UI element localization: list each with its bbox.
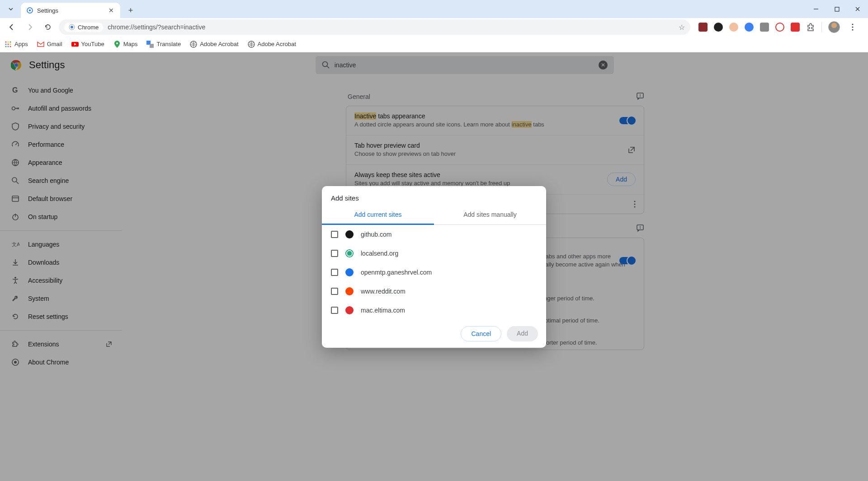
add-button[interactable]: Add [507,326,538,341]
bookmark-youtube[interactable]: YouTube [71,41,104,48]
svg-point-16 [8,46,9,47]
url-text: chrome://settings/?search=inactive [108,23,674,31]
bookmark-adobe-acrobat-2[interactable]: Adobe Acrobat [248,41,296,48]
chrome-menu-button[interactable] [846,21,859,33]
extension-icon[interactable] [760,23,769,32]
tab-title: Settings [37,7,108,14]
profile-avatar[interactable] [828,21,840,33]
dialog-title: Add sites [322,186,546,205]
close-tab-icon[interactable]: ✕ [108,7,115,14]
site-favicon [345,268,354,276]
checkbox[interactable] [331,231,338,238]
svg-point-7 [852,26,853,28]
browser-toolbar: Chrome chrome://settings/?search=inactiv… [0,18,868,36]
checkbox[interactable] [331,288,338,295]
svg-point-1 [29,9,31,11]
site-favicon [345,230,354,238]
chrome-chip-label: Chrome [78,24,99,31]
extension-icon[interactable] [698,23,708,32]
cancel-button[interactable]: Cancel [461,326,501,341]
bookmark-star-icon[interactable]: ☆ [679,23,685,32]
maximize-button[interactable] [826,0,847,18]
new-tab-button[interactable]: + [124,4,137,17]
site-row[interactable]: localsend.org [322,244,546,263]
site-favicon [345,306,354,314]
maps-pin-icon [113,41,121,48]
bookmark-maps[interactable]: Maps [113,41,138,48]
globe-icon [248,41,255,48]
bookmark-gmail[interactable]: Gmail [37,41,62,48]
forward-button[interactable] [23,20,37,34]
svg-point-15 [5,46,7,47]
checkbox[interactable] [331,307,338,314]
site-favicon [345,287,354,295]
svg-point-5 [71,26,73,28]
reload-button[interactable] [41,20,55,34]
svg-point-8 [852,29,853,30]
svg-rect-21 [150,44,154,48]
svg-point-12 [5,43,7,45]
extension-icon[interactable] [775,23,784,32]
bookmark-apps[interactable]: Apps [5,41,28,48]
svg-point-6 [852,23,853,25]
checkbox[interactable] [331,269,338,276]
bookmark-translate[interactable]: Translate [146,41,181,48]
tab-add-sites-manually[interactable]: Add sites manually [434,205,546,225]
translate-icon [146,41,154,48]
svg-point-11 [10,41,11,42]
site-row[interactable]: openmtp.ganeshrvel.com [322,263,546,282]
svg-point-14 [10,43,11,45]
content-area: Settings inactive ✕ GYou and Google Auto… [0,52,868,481]
bookmark-adobe-acrobat[interactable]: Adobe Acrobat [190,41,238,48]
address-bar[interactable]: Chrome chrome://settings/?search=inactiv… [59,19,690,35]
gmail-icon [37,41,44,48]
extension-icons [694,21,863,33]
chrome-chip: Chrome [64,23,103,32]
svg-point-13 [8,43,9,45]
tab-add-current-sites[interactable]: Add current sites [322,205,434,225]
minimize-button[interactable] [806,0,826,18]
site-list[interactable]: github.com localsend.org openmtp.ganeshr… [322,225,546,320]
globe-icon [190,41,197,48]
browser-tab-active[interactable]: Settings ✕ [21,3,120,18]
svg-point-17 [10,46,11,47]
checkbox[interactable] [331,250,338,257]
extensions-puzzle-icon[interactable] [806,23,815,32]
chrome-logo-icon [69,24,75,30]
svg-point-19 [116,42,118,44]
bookmarks-bar: Apps Gmail YouTube Maps Translate Adobe … [0,36,868,52]
tab-search-dropdown[interactable] [3,1,19,17]
dialog-tabs: Add current sites Add sites manually [322,205,546,225]
extension-icon[interactable] [745,23,754,32]
svg-rect-3 [835,7,839,11]
site-row[interactable]: www.reddit.com [322,282,546,301]
add-sites-dialog: Add sites Add current sites Add sites ma… [322,186,546,348]
apps-grid-icon [5,41,12,48]
extension-icon[interactable] [714,23,723,32]
svg-point-9 [5,41,7,42]
close-window-button[interactable] [847,0,868,18]
extension-icon[interactable] [729,23,738,32]
svg-point-10 [8,41,9,42]
extension-icon[interactable] [791,23,800,32]
window-titlebar: Settings ✕ + [0,0,868,18]
site-favicon [345,249,354,257]
youtube-icon [71,41,79,48]
site-row[interactable]: mac.eltima.com [322,301,546,320]
settings-gear-icon [26,7,33,14]
back-button[interactable] [5,20,19,34]
window-controls [806,0,868,18]
dialog-actions: Cancel Add [322,320,546,348]
site-row[interactable]: github.com [322,225,546,244]
